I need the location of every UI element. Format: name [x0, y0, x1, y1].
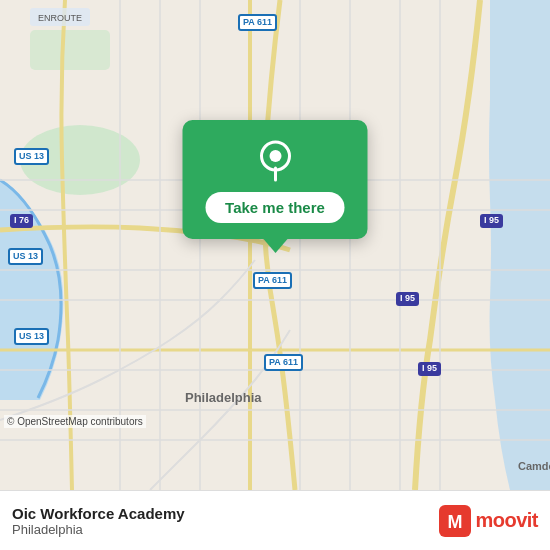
highway-badge-i95-1: I 95 — [480, 214, 503, 228]
highway-badge-i95-3: I 95 — [418, 362, 441, 376]
moovit-logo[interactable]: M moovit — [439, 505, 538, 537]
location-pin-icon — [253, 138, 297, 182]
location-city: Philadelphia — [12, 522, 185, 537]
highway-badge-us13-3: US 13 — [14, 328, 49, 345]
svg-text:Camden: Camden — [518, 460, 550, 472]
take-me-there-button[interactable]: Take me there — [205, 192, 345, 223]
moovit-logo-icon: M — [439, 505, 471, 537]
highway-badge-pa611-3: PA 611 — [264, 354, 303, 371]
highway-badge-us13-1: US 13 — [14, 148, 49, 165]
highway-badge-us13-2: US 13 — [8, 248, 43, 265]
info-bar: Oic Workforce Academy Philadelphia M moo… — [0, 490, 550, 550]
location-name: Oic Workforce Academy — [12, 505, 185, 522]
map-container: ENROUTE Camden US 13 US 13 US 13 PA 611 … — [0, 0, 550, 490]
location-info: Oic Workforce Academy Philadelphia — [12, 505, 185, 537]
highway-badge-i95-2: I 95 — [396, 292, 419, 306]
highway-badge-i76: I 76 — [10, 214, 33, 228]
svg-text:M: M — [448, 512, 463, 532]
svg-text:ENROUTE: ENROUTE — [38, 13, 82, 23]
city-label: Philadelphia — [185, 390, 262, 405]
popup-card: Take me there — [183, 120, 368, 239]
svg-point-23 — [269, 150, 281, 162]
moovit-logo-text: moovit — [475, 509, 538, 532]
highway-badge-pa611-1: PA 611 — [238, 14, 277, 31]
highway-badge-pa611-2: PA 611 — [253, 272, 292, 289]
svg-rect-2 — [30, 30, 110, 70]
map-attribution: © OpenStreetMap contributors — [4, 415, 146, 428]
